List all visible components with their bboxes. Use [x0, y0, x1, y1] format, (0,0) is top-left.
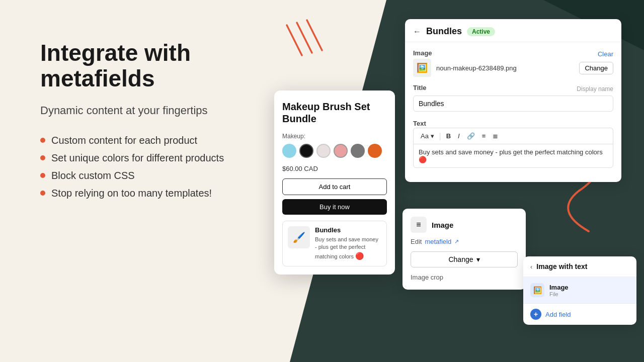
swatch-pink[interactable] [334, 144, 348, 158]
makeup-label: Makeup: [282, 133, 387, 140]
swatch-black[interactable] [299, 144, 313, 158]
swatch-blue[interactable] [282, 144, 296, 158]
image-thumbnail: 🖼️ [413, 59, 431, 77]
image-label: Image [413, 49, 432, 57]
image-filename: noun-makeup-6238489.png [436, 64, 574, 72]
image-crop-label: Image crop [411, 274, 443, 281]
color-swatches [282, 144, 387, 158]
bullet-dot [40, 173, 45, 178]
bullet-list: Custom content for each product Set uniq… [40, 135, 282, 199]
image-field: 🖼️ noun-makeup-6238489.png Change [413, 59, 613, 77]
add-to-cart-button[interactable]: Add to cart [282, 178, 387, 195]
font-size-button[interactable]: Aa ▾ [419, 131, 436, 141]
phone-mockup: Makeup Brush Set Bundle Makeup: $60.00 C… [274, 90, 395, 275]
bold-button[interactable]: B [444, 131, 453, 141]
add-field-row[interactable]: + Add field [523, 304, 636, 325]
edit-row: Edit metafield ↗ [411, 238, 518, 245]
right-panel-header: ‹ Image with text [523, 256, 636, 277]
bundle-image: 🖌️ [288, 226, 310, 248]
metafield-link[interactable]: metafield [425, 238, 451, 245]
list-item: Block custom CSS [40, 170, 282, 182]
item-label: Image [549, 284, 569, 291]
external-link-icon: ↗ [454, 238, 459, 245]
bundle-dot-icon: 🔴 [355, 252, 364, 260]
red-dot-icon: 🔴 [419, 156, 427, 163]
list-button[interactable]: ≡ [480, 131, 488, 141]
swatch-orange[interactable] [368, 144, 382, 158]
italic-button[interactable]: I [456, 131, 462, 141]
list-item: Custom content for each product [40, 135, 282, 146]
display-name-label: Display name [577, 85, 613, 93]
admin-panel-right: ‹ Image with text 🖼️ Image File + Add fi… [523, 256, 636, 325]
bullet-dot [40, 138, 45, 143]
text-toolbar: Aa ▾ | B I 🔗 ≡ ≣ [413, 128, 613, 144]
text-area[interactable]: Buy sets and save money - plus get the p… [413, 144, 613, 168]
bundle-card: 🖌️ Bundles Buy sets and save money - plu… [282, 221, 387, 266]
admin-panel-title: Bundles [426, 26, 462, 37]
edit-label: Edit [411, 238, 422, 245]
admin-panel-top: ← Bundles Active Image Clear 🖼️ noun-mak… [405, 19, 621, 182]
list-item: Stop relying on too many templates! [40, 188, 282, 199]
bundle-title: Bundles [315, 226, 381, 234]
clear-button[interactable]: Clear [598, 50, 613, 58]
image-field-row: Image Clear 🖼️ noun-makeup-6238489.png C… [413, 49, 613, 77]
buy-now-button[interactable]: Buy it now [282, 199, 387, 215]
title-label: Title [413, 84, 427, 92]
title-input[interactable] [413, 96, 613, 112]
change-image-button[interactable]: Change [579, 62, 613, 74]
admin-panel-mid: ≡ Image Edit metafield ↗ Change ▾ Image … [403, 209, 526, 290]
bundle-info: Bundles Buy sets and save money - plus g… [315, 226, 381, 261]
add-field-icon: + [530, 309, 541, 320]
back-arrow-icon[interactable]: ← [413, 27, 421, 36]
admin-header: ← Bundles Active [405, 19, 621, 42]
swatch-white[interactable] [316, 144, 331, 158]
change-dropdown-button[interactable]: Change ▾ [411, 251, 518, 267]
decorative-squiggle-top [272, 20, 322, 82]
link-button[interactable]: 🔗 [465, 131, 477, 141]
ordered-list-button[interactable]: ≣ [491, 131, 500, 141]
item-sub: File [549, 291, 569, 297]
chevron-down-icon: ▾ [476, 255, 480, 263]
panel-icon: ≡ [411, 217, 427, 233]
bullet-dot [40, 155, 45, 160]
main-title: Integrate with metafields [40, 40, 282, 91]
admin-body: Image Clear 🖼️ noun-makeup-6238489.png C… [405, 42, 621, 182]
right-panel-title: Image with text [536, 262, 587, 270]
panel-row: ≡ Image [411, 217, 518, 233]
status-badge: Active [467, 27, 495, 36]
panel-label: Image [432, 221, 453, 229]
text-field-row: Text Aa ▾ | B I 🔗 ≡ ≣ Buy sets and save … [413, 119, 613, 168]
bundle-text: Buy sets and save money - plus get the p… [315, 236, 381, 261]
bullet-dot [40, 191, 45, 196]
swatch-gray[interactable] [351, 144, 365, 158]
subtitle: Dynamic content at your fingertips [40, 103, 282, 119]
title-field-row: Title Display name [413, 84, 613, 112]
product-title: Makeup Brush Set Bundle [282, 101, 387, 125]
image-item-icon: 🖼️ [530, 283, 544, 297]
mid-panel-body: ≡ Image Edit metafield ↗ Change ▾ Image … [403, 209, 526, 290]
list-item: Set unique colors for different products [40, 152, 282, 164]
add-field-label: Add field [545, 311, 571, 318]
right-panel-image-item[interactable]: 🖼️ Image File [523, 277, 636, 304]
right-panel-item-info: Image File [549, 284, 569, 297]
left-panel: Integrate with metafields Dynamic conten… [40, 40, 282, 205]
right-back-arrow-icon[interactable]: ‹ [530, 263, 532, 270]
price: $60.00 CAD [282, 165, 387, 172]
text-label: Text [413, 120, 426, 127]
